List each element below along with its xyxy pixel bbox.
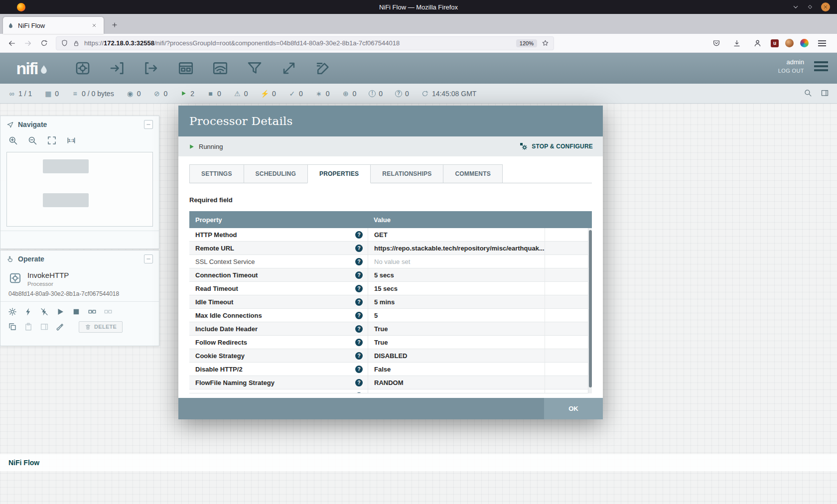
property-help-icon[interactable]: ? (355, 366, 363, 373)
flow-canvas[interactable]: Navigate 1:1 Operate (0, 104, 837, 504)
disable-button[interactable] (40, 306, 49, 318)
configure-button[interactable] (8, 306, 17, 318)
status-item: ◉0 (127, 90, 141, 98)
account-icon[interactable] (750, 36, 764, 50)
browser-tab-strip: NiFi Flow (0, 14, 837, 34)
group-button[interactable] (40, 321, 49, 333)
property-help-icon[interactable]: ? (355, 298, 363, 306)
status-item: ⊘0 (153, 90, 167, 98)
navigate-panel-header: Navigate (0, 116, 159, 133)
property-name: FlowFile Naming Strategy (195, 379, 275, 386)
property-help-icon[interactable]: ? (355, 245, 363, 252)
dialog-title: Processor Details (178, 106, 603, 136)
back-button[interactable] (5, 36, 19, 50)
tab-scheduling[interactable]: SCHEDULING (244, 164, 308, 183)
new-tab-button[interactable] (107, 17, 123, 33)
bookmark-star-icon[interactable] (542, 39, 549, 47)
pinwheel-extension-icon[interactable] (800, 39, 809, 47)
stop-and-configure-button[interactable]: STOP & CONFIGURE (520, 142, 593, 151)
status-item: !0 (369, 90, 383, 98)
property-help-icon[interactable]: ? (355, 312, 363, 319)
paste-button[interactable] (24, 321, 33, 333)
delete-button[interactable]: DELETE (79, 321, 123, 333)
property-help-icon[interactable]: ? (355, 392, 363, 394)
queue-icon: ≡ (71, 90, 79, 98)
browser-tab[interactable]: NiFi Flow (3, 17, 104, 34)
forward-button[interactable] (21, 36, 35, 50)
tab-relationships[interactable]: RELATIONSHIPS (370, 164, 443, 183)
property-value: True (368, 336, 545, 349)
tab-close-icon[interactable] (89, 20, 99, 30)
stop-button[interactable] (72, 306, 81, 318)
property-name: Idle Timeout (195, 298, 233, 306)
refresh-icon[interactable] (421, 90, 429, 97)
locally-modified-stale-icon: ! (369, 90, 376, 97)
property-value: 15 secs (368, 282, 545, 295)
required-field-label: Required field (189, 196, 592, 204)
menu-icon[interactable] (815, 36, 829, 50)
tab-title: NiFi Flow (18, 22, 85, 29)
global-menu-icon[interactable] (814, 61, 828, 71)
upload-template-button[interactable] (104, 306, 113, 318)
input-port-tool-icon[interactable] (107, 58, 127, 78)
output-port-tool-icon[interactable] (141, 58, 161, 78)
property-help-icon[interactable]: ? (355, 258, 363, 265)
birdseye-minimap[interactable] (6, 152, 153, 227)
remote-process-group-tool-icon[interactable] (210, 58, 230, 78)
property-row: Include Date Header?True (189, 322, 592, 336)
zoom-indicator[interactable]: 120% (516, 39, 537, 47)
zoom-in-icon[interactable] (8, 135, 18, 145)
search-icon[interactable] (804, 89, 812, 99)
scrollbar-thumb[interactable] (589, 230, 592, 387)
property-value (368, 389, 545, 393)
firefox-logo-icon (17, 3, 25, 11)
table-scrollbar[interactable] (588, 228, 592, 393)
start-button[interactable] (56, 306, 65, 318)
copy-button[interactable] (8, 321, 17, 333)
zoom-actual-icon[interactable]: 1:1 (66, 135, 76, 145)
funnel-tool-icon[interactable] (245, 58, 265, 78)
processor-tool-icon[interactable] (73, 58, 93, 78)
window-maximize-icon[interactable] (807, 4, 813, 10)
zoom-out-icon[interactable] (27, 135, 37, 145)
window-close-icon[interactable] (821, 2, 830, 11)
property-help-icon[interactable]: ? (355, 352, 363, 360)
save-template-button[interactable] (88, 306, 97, 318)
enable-button[interactable] (24, 306, 33, 318)
property-help-icon[interactable]: ? (355, 339, 363, 346)
property-help-icon[interactable]: ? (355, 285, 363, 292)
zoom-fit-icon[interactable] (47, 135, 57, 145)
status-item: ⚠0 (234, 90, 248, 98)
tab-properties[interactable]: PROPERTIES (307, 164, 371, 183)
monkey-extension-icon[interactable] (785, 39, 794, 47)
property-row: ? (189, 389, 592, 393)
property-help-icon[interactable]: ? (355, 325, 363, 333)
property-help-icon[interactable]: ? (355, 271, 363, 279)
lock-icon[interactable] (73, 40, 80, 47)
fill-color-button[interactable] (56, 321, 65, 333)
pocket-icon[interactable] (709, 36, 723, 50)
breadcrumb-root[interactable]: NiFi Flow (8, 459, 39, 467)
tab-comments[interactable]: COMMENTS (443, 164, 503, 183)
downloads-icon[interactable] (730, 36, 744, 50)
ok-button[interactable]: OK (544, 398, 603, 419)
ublock-extension-icon[interactable]: u (771, 39, 779, 47)
template-tool-icon[interactable] (279, 58, 299, 78)
logout-link[interactable]: LOG OUT (778, 68, 804, 74)
navigate-panel: Navigate 1:1 (0, 116, 159, 249)
nifi-favicon (7, 22, 14, 29)
collapse-operate-icon[interactable] (144, 254, 153, 263)
tracking-protection-shield-icon[interactable] (61, 39, 68, 47)
url-bar[interactable]: https://172.18.0.3:32558/nifi/?processGr… (56, 36, 554, 50)
reload-button[interactable] (37, 36, 51, 50)
process-group-tool-icon[interactable] (176, 58, 196, 78)
tab-settings[interactable]: SETTINGS (189, 164, 244, 183)
property-name: Max Idle Connections (195, 312, 262, 319)
property-help-icon[interactable]: ? (355, 231, 363, 239)
window-minimize-icon[interactable] (792, 3, 799, 10)
collapse-navigate-icon[interactable] (144, 120, 153, 129)
property-help-icon[interactable]: ? (355, 379, 363, 386)
threads-icon: ▦ (44, 90, 52, 98)
label-tool-icon[interactable] (313, 58, 333, 78)
panel-toggle-icon[interactable] (821, 89, 829, 99)
